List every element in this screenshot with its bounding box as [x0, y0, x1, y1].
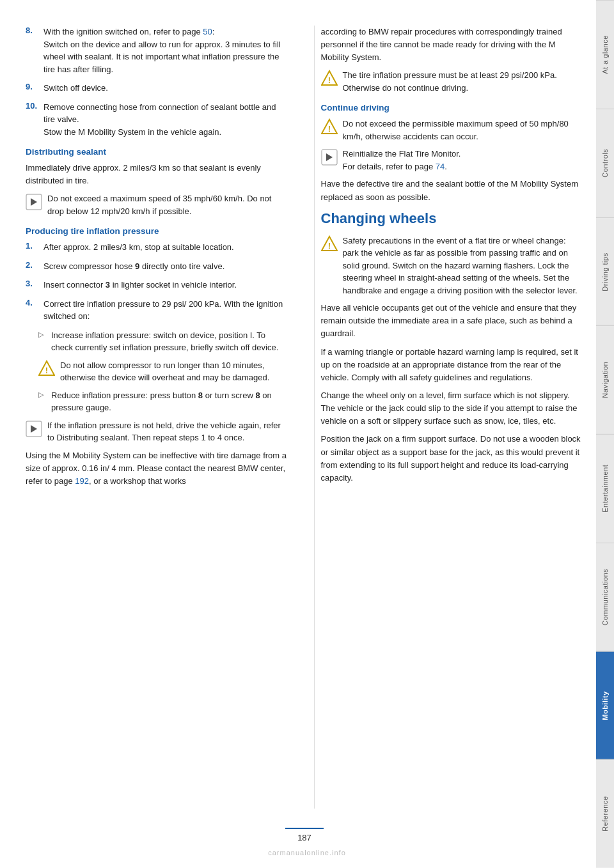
sub-reduce-bold: 8: [198, 391, 203, 400]
footer-link[interactable]: 192: [75, 476, 89, 486]
prod-step-3-text-b: in lighter socket in vehicle interior.: [110, 280, 237, 290]
sidebar-tab-navigation[interactable]: Navigation: [596, 325, 614, 434]
left-column: 8. With the ignition switched on, refer …: [26, 26, 295, 809]
sub-reduce: ▷ Reduce inflation pressure: press butto…: [38, 389, 288, 414]
step-10-text-a: Remove connecting hose from connection o…: [43, 102, 276, 125]
sidebar-tab-entertainment[interactable]: Entertainment: [596, 434, 614, 543]
page-bottom: 187: [26, 821, 583, 842]
prod-step-2-number: 2.: [26, 260, 40, 273]
reinitialize-link-text: For details, refer to page: [343, 162, 436, 171]
replace-note: Have the defective tire and the sealant …: [321, 178, 584, 203]
right-column: according to BMW repair procedures with …: [314, 26, 584, 809]
safety-warning-icon: !: [321, 235, 338, 252]
prod-step-3: 3. Insert connector 3 in lighter socket …: [26, 279, 288, 291]
prod-step-1-number: 1.: [26, 241, 40, 254]
sidebar-tab-reference[interactable]: Reference: [596, 759, 614, 868]
continue-warning-icon: !: [321, 118, 338, 135]
prod-step-1: 1. After approx. 2 miles/3 km, stop at s…: [26, 241, 288, 254]
distributing-heading: Distributing sealant: [26, 147, 288, 157]
warning-pressure-box: ! The tire inflation pressure must be at…: [321, 69, 584, 94]
warning-pressure-icon: !: [321, 70, 338, 86]
note-inflation-box: If the inflation pressure is not held, d…: [26, 419, 288, 444]
step-8-subtext: Switch on the device and allow to run fo…: [43, 40, 281, 74]
safety-warning-box: ! Safety precautions in the event of a f…: [321, 235, 584, 297]
sub-reduce-text: Reduce inflation pressure: press button …: [51, 389, 288, 414]
step-9: 9. Switch off device.: [26, 82, 288, 95]
reinitialize-box: Reinitialize the Flat Tire Monitor. For …: [321, 148, 584, 173]
reinitialize-arrow-icon: [321, 149, 338, 166]
reinitialize-end: .: [445, 162, 447, 171]
svg-marker-11: [326, 153, 333, 161]
svg-marker-1: [31, 198, 37, 206]
prod-step-4-text: Correct tire inflation pressure to 29 ps…: [43, 298, 288, 323]
step-8-text-b: :: [212, 27, 215, 36]
change-surface-note: Change the wheel only on a level, firm s…: [321, 389, 584, 428]
sub-increase: ▷ Increase inflation pressure: switch on…: [38, 329, 288, 354]
warning-triangle-note: If a warning triangle or portable hazard…: [321, 346, 584, 384]
prod-step-2-text-a: Screw compressor hose: [43, 261, 135, 271]
warning-compressor-text: Do not allow compressor to run longer th…: [60, 359, 288, 384]
note-inflation-text: If the inflation pressure is not held, d…: [47, 419, 288, 444]
prod-step-3-text: Insert connector 3 in lighter socket in …: [43, 279, 288, 291]
sub-reduce-text-a: Reduce inflation pressure: press button: [51, 391, 198, 400]
prod-step-2: 2. Screw compressor hose 9 directly onto…: [26, 260, 288, 273]
warning-pressure-text: The tire inflation pressure must be at l…: [343, 69, 584, 94]
step-10: 10. Remove connecting hose from connecti…: [26, 101, 288, 139]
reinitialize-text: Reinitialize the Flat Tire Monitor. For …: [343, 148, 584, 173]
continue-heading: Continue driving: [321, 103, 584, 112]
two-column-layout: 8. With the ignition switched on, refer …: [26, 26, 583, 809]
sidebar-tab-mobility[interactable]: Mobility: [596, 651, 614, 760]
note-inflation-arrow-icon: [26, 421, 42, 437]
sidebar-tab-controls[interactable]: Controls: [596, 109, 614, 217]
reinitialize-page-link[interactable]: 74: [436, 162, 445, 171]
prod-step-3-number: 3.: [26, 279, 40, 291]
distributing-note-box: Do not exceed a maximum speed of 35 mph/…: [26, 192, 288, 217]
step-10-subtext: Stow the M Mobility System in the vehicl…: [43, 127, 221, 137]
step-10-text: Remove connecting hose from connection o…: [43, 101, 288, 139]
footer-text-b: , or a workshop that works: [89, 476, 186, 486]
sidebar-tab-at-a-glance[interactable]: At a glance: [596, 0, 614, 109]
prod-step-2-text-b: directly onto tire valve.: [139, 261, 224, 271]
changing-wheels-heading: Changing wheels: [321, 210, 584, 227]
step-8-number: 8.: [26, 26, 40, 75]
prod-step-1-text: After approx. 2 miles/3 km, stop at suit…: [43, 241, 288, 254]
sidebar-tab-communications[interactable]: Communications: [596, 543, 614, 651]
sidebar: At a glance Controls Driving tips Naviga…: [596, 0, 614, 868]
svg-text:!: !: [45, 366, 48, 375]
svg-marker-5: [31, 425, 37, 433]
occupants-note: Have all vehicle occupants get out of th…: [321, 302, 584, 340]
sub-reduce-bold2: 8: [255, 391, 260, 400]
footer-text: Using the M Mobility System can be ineff…: [26, 449, 288, 488]
reinitialize-note: Reinitialize the Flat Tire Monitor.: [343, 149, 461, 159]
warning-compressor-box: ! Do not allow compressor to run longer …: [38, 359, 288, 384]
continue-warning-text: Do not exceed the permissible maximum sp…: [343, 118, 584, 143]
right-intro: according to BMW repair procedures with …: [321, 26, 584, 64]
prod-step-4: 4. Correct tire inflation pressure to 29…: [26, 298, 288, 323]
page-container: 8. With the ignition switched on, refer …: [0, 0, 614, 868]
sub-reduce-arrow: ▷: [38, 391, 47, 414]
position-jack-note: Position the jack on a firm support surf…: [321, 433, 584, 484]
distributing-note-text: Do not exceed a maximum speed of 35 mph/…: [47, 192, 288, 217]
prod-step-2-text: Screw compressor hose 9 directly onto ti…: [43, 260, 288, 273]
svg-text:!: !: [327, 241, 330, 251]
page-number: 187: [285, 828, 324, 842]
distributing-body: Immediately drive approx. 2 miles/3 km s…: [26, 162, 288, 187]
svg-text:!: !: [327, 75, 330, 85]
prod-step-3-text-a: Insert connector: [43, 280, 106, 290]
arrow-right-icon: [26, 194, 42, 210]
sub-reduce-text-b: or turn screw: [203, 391, 255, 400]
step-8-link[interactable]: 50: [203, 27, 212, 36]
step-9-number: 9.: [26, 82, 40, 95]
watermark: carmanualonline.info: [268, 849, 346, 856]
step-8-text: With the ignition switched on, refer to …: [43, 26, 288, 75]
step-8: 8. With the ignition switched on, refer …: [26, 26, 288, 75]
step-10-number: 10.: [26, 101, 40, 139]
main-content: 8. With the ignition switched on, refer …: [0, 0, 596, 868]
prod-step-3-bold: 3: [106, 280, 110, 290]
safety-warning-text: Safety precautions in the event of a fla…: [343, 235, 584, 297]
prod-step-4-number: 4.: [26, 298, 40, 323]
sidebar-tab-driving-tips[interactable]: Driving tips: [596, 217, 614, 326]
producing-heading: Producing tire inflation pressure: [26, 226, 288, 236]
sub-increase-text: Increase inflation pressure: switch on d…: [51, 329, 288, 354]
svg-text:!: !: [327, 124, 330, 134]
